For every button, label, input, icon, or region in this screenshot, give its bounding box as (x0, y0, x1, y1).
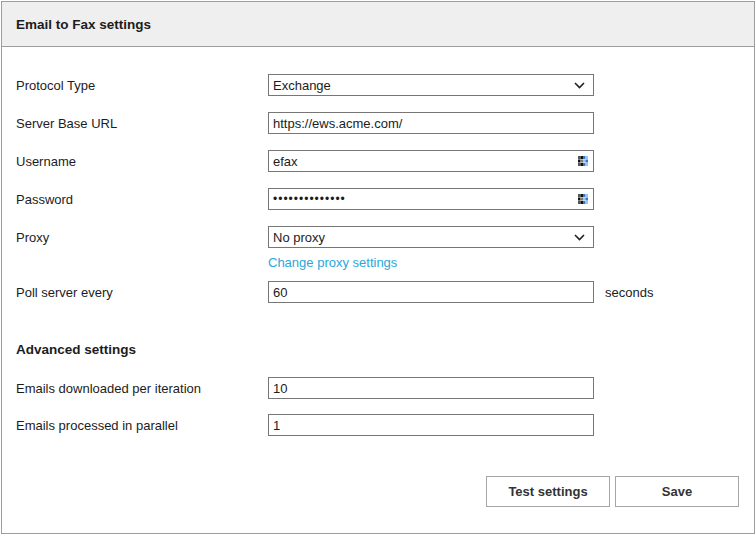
advanced-settings-heading: Advanced settings (16, 342, 740, 358)
password-label: Password (16, 192, 268, 207)
poll-server-unit-label: seconds (605, 285, 653, 300)
username-label: Username (16, 154, 268, 169)
password-row: Password (16, 188, 740, 210)
protocol-type-selected-value: Exchange (273, 78, 331, 93)
server-base-url-label: Server Base URL (16, 116, 268, 131)
emails-per-iteration-row: Emails downloaded per iteration (16, 377, 740, 399)
username-input[interactable] (268, 150, 594, 172)
username-row: Username (16, 150, 740, 172)
autofill-grid-icon[interactable] (578, 194, 588, 204)
page-title: Email to Fax settings (16, 17, 151, 32)
proxy-select[interactable]: No proxy (268, 226, 594, 248)
password-input[interactable] (268, 188, 594, 210)
server-base-url-row: Server Base URL (16, 112, 740, 134)
proxy-selected-value: No proxy (273, 230, 325, 245)
emails-in-parallel-input[interactable] (268, 414, 594, 436)
emails-per-iteration-label: Emails downloaded per iteration (16, 381, 268, 396)
emails-per-iteration-input[interactable] (268, 377, 594, 399)
protocol-type-select[interactable]: Exchange (268, 74, 594, 96)
email-to-fax-settings-panel: Email to Fax settings Protocol Type Exch… (1, 1, 755, 534)
autofill-grid-icon[interactable] (578, 156, 588, 166)
proxy-link-row: Change proxy settings (268, 253, 740, 269)
panel-header: Email to Fax settings (2, 2, 754, 47)
proxy-row: Proxy No proxy (16, 226, 740, 248)
button-bar: Test settings Save (16, 476, 740, 507)
protocol-type-label: Protocol Type (16, 78, 268, 93)
server-base-url-input[interactable] (268, 112, 594, 134)
proxy-label: Proxy (16, 230, 268, 245)
poll-server-row: Poll server every seconds (16, 281, 740, 303)
protocol-type-row: Protocol Type Exchange (16, 74, 740, 96)
poll-server-input[interactable] (268, 281, 594, 303)
save-button[interactable]: Save (615, 476, 739, 507)
chevron-down-icon (574, 234, 585, 241)
chevron-down-icon (574, 82, 585, 89)
poll-server-label: Poll server every (16, 285, 268, 300)
change-proxy-settings-link[interactable]: Change proxy settings (268, 255, 397, 270)
settings-form: Protocol Type Exchange Server Base URL U… (2, 47, 754, 507)
emails-in-parallel-row: Emails processed in parallel (16, 414, 740, 436)
emails-in-parallel-label: Emails processed in parallel (16, 418, 268, 433)
test-settings-button[interactable]: Test settings (486, 476, 610, 507)
